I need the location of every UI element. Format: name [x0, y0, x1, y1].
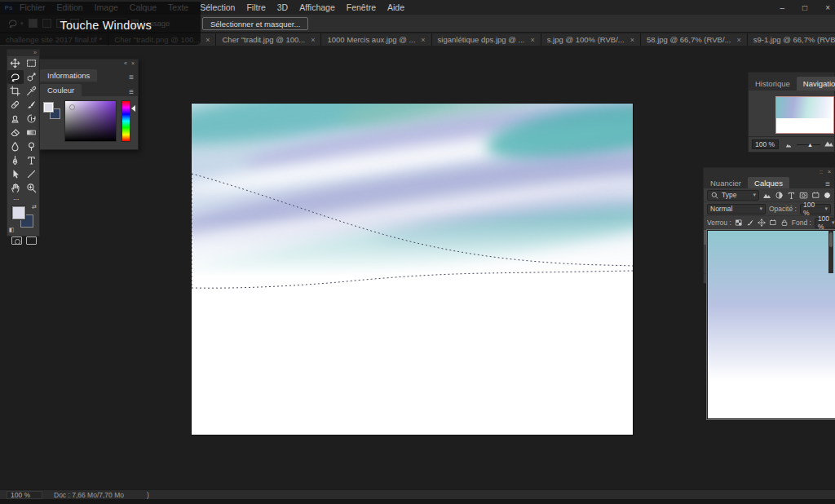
tab-close-icon[interactable]: ×: [530, 36, 534, 44]
tab-informations[interactable]: Informations: [40, 69, 97, 82]
menu-fenetre[interactable]: Fenêtre: [347, 2, 376, 12]
filter-type-dropdown[interactable]: Type ▾: [707, 190, 759, 201]
screen-mode-icon[interactable]: [26, 237, 37, 245]
menu-3d[interactable]: 3D: [277, 2, 288, 12]
default-colors-icon[interactable]: ◧: [9, 227, 15, 233]
panel-menu-icon[interactable]: ≡: [825, 179, 834, 188]
filter-pixel-layers-icon[interactable]: [762, 191, 771, 200]
lock-image-pixels-icon[interactable]: [746, 219, 754, 227]
tool-path-selection[interactable]: [7, 167, 24, 181]
filter-type-layers-icon[interactable]: [787, 191, 796, 200]
close-panel-icon[interactable]: ×: [828, 169, 831, 175]
zoom-out-icon[interactable]: [785, 137, 792, 152]
tool-blur[interactable]: [7, 139, 24, 153]
tab-historique[interactable]: Historique: [749, 77, 797, 91]
tool-clone-stamp[interactable]: [7, 112, 24, 126]
sky-artwork: [192, 104, 633, 293]
quick-mask-mode-icon[interactable]: [11, 237, 22, 245]
document-tab[interactable]: s9-1.jpg @ 66,7% (RVB...×: [748, 33, 835, 46]
tool-zoom[interactable]: [24, 181, 40, 195]
layers-scrollbar[interactable]: [828, 231, 833, 273]
tab-close-icon[interactable]: ×: [736, 36, 740, 44]
blend-mode-dropdown[interactable]: Normal ▾: [707, 204, 766, 214]
panel-menu-icon[interactable]: ≡: [129, 87, 138, 96]
tool-dodge[interactable]: [24, 139, 40, 153]
tool-brush[interactable]: [24, 98, 40, 112]
edit-toolbar-ellipsis-icon[interactable]: ...: [7, 195, 39, 204]
tab-close-icon[interactable]: ×: [630, 36, 634, 44]
tab-label: 1000 Mercis aux.jpg @ ...: [327, 35, 415, 44]
layer-thumbnail[interactable]: [707, 230, 835, 419]
tool-spot-healing-brush[interactable]: [7, 98, 24, 112]
saturation-brightness-picker[interactable]: [64, 100, 117, 142]
lock-position-icon[interactable]: [758, 219, 766, 227]
navigator-zoom-field[interactable]: 100 %: [752, 139, 779, 149]
zoom-in-icon[interactable]: [824, 137, 834, 152]
hue-slider-marker[interactable]: [131, 105, 135, 112]
chevron-down-icon: ▾: [757, 206, 762, 212]
slider-thumb[interactable]: ▲: [807, 142, 813, 148]
navigator-body: [749, 91, 834, 136]
tab-nuancier[interactable]: Nuancier: [704, 177, 748, 188]
tab-close-icon[interactable]: ×: [205, 36, 210, 44]
close-panel-icon[interactable]: ×: [131, 60, 135, 66]
tool-quick-selection[interactable]: [24, 70, 40, 84]
tab-couleur[interactable]: Couleur: [40, 84, 82, 96]
hue-slider[interactable]: [121, 100, 130, 142]
tool-eyedropper[interactable]: [24, 84, 40, 98]
select-and-mask-button[interactable]: Sélectionner et masquer...: [202, 17, 308, 30]
tool-rectangular-marquee[interactable]: [24, 56, 40, 70]
swap-colors-icon[interactable]: ⇄: [32, 204, 37, 210]
tool-line[interactable]: [24, 167, 40, 181]
document-canvas[interactable]: [192, 104, 633, 435]
navigator-thumbnail[interactable]: [775, 96, 834, 134]
chevron-down-icon: ▾: [829, 219, 835, 226]
tool-eraser[interactable]: [7, 126, 24, 139]
panel-menu-icon[interactable]: ≡: [129, 73, 138, 82]
document-tab[interactable]: s.jpg @ 100% (RVB/...×: [541, 33, 641, 46]
tool-lasso[interactable]: [7, 70, 24, 84]
filter-shape-layers-icon[interactable]: [799, 191, 808, 200]
filter-adjustment-layers-icon[interactable]: [775, 191, 784, 200]
collapse-panel-icon[interactable]: «: [124, 60, 127, 66]
document-tab[interactable]: 1000 Mercis aux.jpg @ ...×: [321, 33, 431, 46]
tab-navigation[interactable]: Navigation: [797, 77, 835, 91]
close-button[interactable]: ×: [825, 3, 830, 12]
status-zoom-field[interactable]: 100 %: [7, 491, 42, 499]
menu-filtre[interactable]: Filtre: [246, 2, 265, 12]
toolbar-collapse-icon[interactable]: »: [7, 50, 39, 56]
foreground-color-swatch[interactable]: [12, 206, 25, 219]
color-picker-marker[interactable]: [69, 104, 75, 110]
layer-row[interactable]: ciel: [704, 245, 834, 259]
navigator-zoom-slider[interactable]: ▲: [797, 139, 820, 149]
maximize-button[interactable]: □: [802, 3, 807, 12]
menu-aide[interactable]: Aide: [387, 2, 404, 12]
tool-crop[interactable]: [7, 84, 24, 98]
menu-selection[interactable]: Sélection: [200, 2, 235, 12]
tab-close-icon[interactable]: ×: [311, 36, 315, 44]
fill-dropdown[interactable]: 100 % ▾: [815, 218, 835, 228]
tool-move[interactable]: [7, 56, 24, 70]
scrollbar-thumb[interactable]: [829, 232, 833, 247]
filter-toggle-icon[interactable]: [824, 192, 831, 199]
document-tab[interactable]: siganlétique dps.jpg @ ...×: [432, 33, 541, 46]
opacity-dropdown[interactable]: 100 % ▾: [800, 204, 831, 214]
drag-dots-icon[interactable]: ::: [820, 169, 823, 175]
tool-history-brush[interactable]: [24, 112, 40, 126]
lock-transparent-pixels-icon[interactable]: [735, 219, 743, 227]
tool-gradient[interactable]: [24, 126, 40, 139]
tab-close-icon[interactable]: ×: [421, 36, 425, 44]
tab-calques[interactable]: Calques: [748, 177, 789, 188]
minimize-button[interactable]: –: [780, 3, 785, 12]
tab-label: 58.jpg @ 66,7% (RVB/...: [647, 35, 731, 44]
tool-grid: [7, 56, 39, 195]
menu-affichage[interactable]: Affichage: [299, 2, 335, 12]
tool-pen[interactable]: [7, 153, 24, 167]
filter-smart-object-icon[interactable]: [811, 191, 820, 200]
lock-artboard-icon[interactable]: [769, 219, 777, 227]
foreground-color-swatch[interactable]: [43, 102, 54, 113]
tool-type[interactable]: [24, 153, 40, 167]
lock-all-icon[interactable]: [780, 219, 789, 227]
document-tab[interactable]: 58.jpg @ 66,7% (RVB/...×: [641, 33, 748, 46]
document-tab[interactable]: Cher "tradit.jpg @ 100...×: [216, 33, 321, 46]
